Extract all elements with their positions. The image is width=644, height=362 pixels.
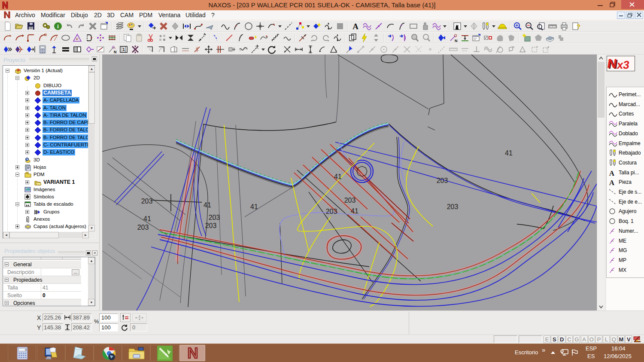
svg-text:41: 41 — [334, 173, 342, 180]
svg-text:?: ? — [577, 23, 580, 30]
svg-text:A: A — [352, 22, 358, 31]
svg-text:203: 203 — [205, 222, 217, 229]
svg-text:203: 203 — [344, 197, 356, 204]
svg-text:203: 203 — [141, 198, 153, 205]
svg-text:N: N — [455, 39, 458, 43]
svg-text:41: 41 — [143, 215, 151, 222]
svg-text:x3: x3 — [616, 58, 630, 71]
svg-text:i: i — [57, 23, 59, 30]
svg-text:N: N — [114, 50, 117, 54]
svg-text:41: 41 — [250, 203, 258, 210]
svg-text:203: 203 — [137, 224, 149, 231]
svg-text:41: 41 — [204, 201, 211, 209]
svg-text:203: 203 — [437, 177, 448, 184]
svg-text:A: A — [609, 179, 615, 186]
svg-text:41: 41 — [351, 207, 358, 215]
svg-text:A: A — [609, 169, 615, 176]
svg-text:1: 1 — [122, 47, 125, 52]
svg-text:203: 203 — [326, 208, 337, 215]
svg-text:41: 41 — [505, 149, 513, 157]
svg-text:203: 203 — [209, 214, 220, 221]
svg-text:203: 203 — [447, 203, 459, 210]
svg-text:0: 0 — [25, 348, 27, 351]
